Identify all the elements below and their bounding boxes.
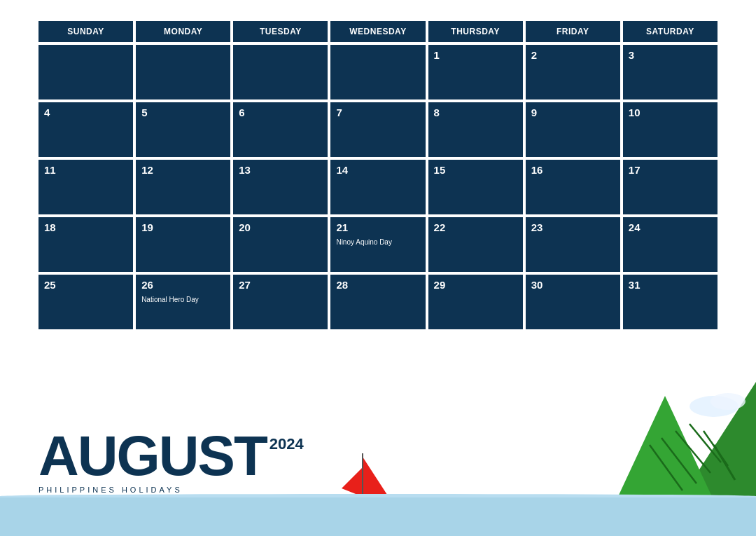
header-friday: FRIDAY (526, 21, 620, 42)
header-wednesday: WEDNESDAY (330, 21, 425, 42)
svg-line-9 (690, 424, 721, 462)
header-sunday: SUNDAY (38, 21, 133, 42)
svg-marker-2 (363, 457, 388, 497)
day-cell-17: 17 (623, 160, 718, 214)
day-cell-30: 30 (526, 275, 620, 329)
water (0, 497, 756, 536)
day-cell-18: 18 (38, 217, 133, 272)
day-cell-empty-1 (38, 45, 133, 99)
day-cell-16: 16 (526, 160, 620, 214)
day-cell-4: 4 (38, 102, 133, 157)
day-cell-empty-2 (136, 45, 230, 99)
day-cell-27: 27 (233, 275, 328, 329)
bottom-section: AUGUST2024 PHILIPPINES HOLIDAYS (0, 396, 756, 536)
day-cell-empty-3 (233, 45, 328, 99)
day-cell-1: 1 (428, 45, 523, 99)
header-monday: MONDAY (136, 21, 230, 42)
day-cell-7: 7 (330, 102, 425, 157)
day-cell-28: 28 (330, 275, 425, 329)
day-cell-23: 23 (526, 217, 620, 272)
day-cell-25: 25 (38, 275, 133, 329)
day-cell-8: 8 (428, 102, 523, 157)
day-cell-26: 26 National Hero Day (136, 275, 230, 329)
year-text: 2024 (270, 435, 304, 453)
mountain (574, 361, 756, 501)
day-cell-14: 14 (330, 160, 425, 214)
day-cell-19: 19 (136, 217, 230, 272)
day-cell-31: 31 (623, 275, 718, 329)
day-cell-empty-4 (330, 45, 425, 99)
header-saturday: SATURDAY (623, 21, 718, 42)
day-cell-10: 10 (623, 102, 718, 157)
day-cell-5: 5 (136, 102, 230, 157)
day-cell-21: 21 Ninoy Aquino Day (330, 217, 425, 272)
day-cell-12: 12 (136, 160, 230, 214)
day-cell-13: 13 (233, 160, 328, 214)
day-cell-15: 15 (428, 160, 523, 214)
day-cell-22: 22 (428, 217, 523, 272)
day-cell-29: 29 (428, 275, 523, 329)
day-cell-11: 11 (38, 160, 133, 214)
day-cell-20: 20 (233, 217, 328, 272)
header-thursday: THURSDAY (428, 21, 523, 42)
day-cell-6: 6 (233, 102, 328, 157)
calendar-grid: SUNDAY MONDAY TUESDAY WEDNESDAY THURSDAY… (38, 21, 718, 329)
header-tuesday: TUESDAY (233, 21, 328, 42)
svg-marker-3 (342, 467, 363, 497)
month-title-area: AUGUST2024 PHILIPPINES HOLIDAYS (38, 428, 304, 494)
day-cell-24: 24 (623, 217, 718, 272)
month-name: AUGUST (38, 428, 267, 484)
day-cell-2: 2 (526, 45, 620, 99)
day-cell-9: 9 (526, 102, 620, 157)
year-badge: 2024 (270, 435, 304, 453)
day-cell-3: 3 (623, 45, 718, 99)
svg-point-14 (710, 393, 746, 410)
calendar-section: SUNDAY MONDAY TUESDAY WEDNESDAY THURSDAY… (0, 0, 756, 343)
